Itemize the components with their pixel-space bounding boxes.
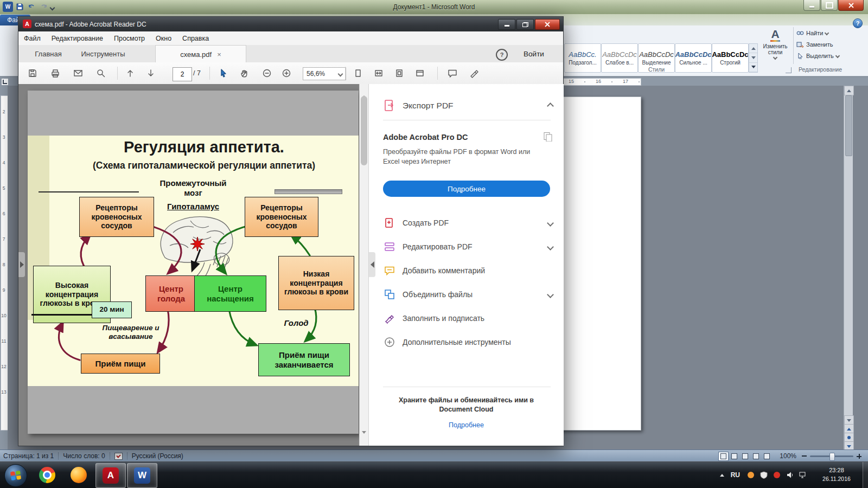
styles-dialog-launcher-icon[interactable] — [786, 67, 792, 73]
word-help-icon[interactable]: ? — [853, 18, 863, 28]
zoom-level-dropdown[interactable]: 56,6% — [303, 67, 346, 80]
taskbar-word-button[interactable]: W — [127, 463, 157, 488]
tool-combine-files[interactable]: Объединить файлы — [383, 285, 553, 304]
print-icon[interactable] — [48, 66, 63, 81]
taskbar-acrobat-button[interactable]: A — [95, 463, 126, 488]
tool-edit-pdf[interactable]: Редактировать PDF — [383, 237, 553, 256]
draft-view-icon[interactable] — [762, 452, 772, 461]
zoom-level[interactable]: 100% — [780, 452, 796, 460]
scroll-down-icon[interactable] — [362, 434, 366, 444]
expand-icon[interactable] — [547, 291, 554, 298]
word-close-button[interactable] — [838, 0, 864, 11]
tab-document[interactable]: схема.pdf × — [155, 45, 246, 63]
action-center-icon[interactable] — [758, 470, 769, 480]
comment-icon[interactable] — [445, 66, 460, 81]
tool-create-pdf[interactable]: Создать PDF — [383, 213, 553, 233]
web-layout-view-icon[interactable] — [740, 452, 750, 461]
find-button[interactable]: Найти — [796, 28, 828, 37]
show-desktop-button[interactable] — [863, 462, 868, 488]
zoom-out-icon[interactable] — [259, 66, 275, 81]
acrobat-restore-button[interactable] — [516, 19, 534, 30]
sign-in-button[interactable]: Войти — [515, 45, 553, 62]
gallery-scroll-up-icon[interactable] — [749, 44, 757, 53]
hand-tool-icon[interactable] — [237, 66, 252, 81]
zoom-slider-thumb[interactable] — [829, 453, 835, 461]
zoom-slider[interactable] — [810, 455, 853, 457]
change-styles-button[interactable]: А Изменить стили — [760, 28, 791, 59]
pdf-view-area[interactable]: Регуляция аппетита. (Схема гипоталамичес… — [18, 84, 359, 446]
menu-window[interactable]: Окно — [150, 31, 177, 45]
search-icon[interactable] — [93, 66, 108, 81]
spellcheck-icon[interactable] — [114, 453, 123, 460]
acrobat-minimize-button[interactable] — [498, 19, 515, 30]
acrobat-titlebar[interactable]: A схема.pdf - Adobe Acrobat Reader DC — [18, 17, 563, 31]
word-count[interactable]: Число слов: 0 — [63, 452, 105, 460]
export-pdf-header[interactable]: Экспорт PDF — [383, 96, 553, 115]
taskbar-clock[interactable]: 23:28 26.11.2016 — [814, 466, 859, 483]
selection-tool-icon[interactable] — [216, 66, 231, 81]
acrobat-help-icon[interactable]: ? — [496, 49, 508, 61]
zoom-out-icon[interactable] — [802, 455, 807, 457]
pdf-scrollbar-thumb[interactable] — [361, 96, 367, 165]
network-icon[interactable] — [797, 470, 808, 480]
language-switcher[interactable]: RU — [731, 471, 740, 479]
acrobat-tabbar: Главная Инструменты схема.pdf × ? Войти — [18, 45, 563, 63]
print-layout-view-icon[interactable] — [718, 452, 729, 461]
update-tray-icon[interactable] — [745, 470, 756, 480]
save-icon[interactable] — [25, 66, 40, 81]
email-icon[interactable] — [71, 66, 86, 81]
scroll-up-icon[interactable] — [362, 86, 366, 96]
fullscreen-view-icon[interactable] — [729, 452, 739, 461]
language-indicator[interactable]: Русский (Россия) — [132, 452, 183, 460]
acrobat-close-button[interactable] — [535, 19, 560, 30]
tab-tools[interactable]: Инструменты — [73, 45, 133, 62]
expand-icon[interactable] — [547, 220, 554, 227]
taskbar-chrome-icon[interactable] — [33, 463, 62, 487]
promo-learn-more-button[interactable]: Подробнее — [383, 181, 550, 197]
highlight-pen-icon[interactable] — [467, 66, 482, 81]
collapse-icon[interactable] — [547, 102, 554, 110]
page-count[interactable]: Страница: 1 из 1 — [3, 452, 54, 460]
tool-more-tools[interactable]: Дополнительные инструменты — [383, 332, 553, 352]
word-maximize-button[interactable] — [821, 0, 838, 11]
tab-home[interactable]: Главная — [24, 45, 73, 62]
taskbar-firefox-icon[interactable] — [64, 463, 93, 487]
hypothalamus-star — [190, 237, 205, 251]
zoom-in-icon[interactable] — [279, 66, 294, 81]
replace-button[interactable]: Заменить — [796, 40, 833, 49]
start-button[interactable] — [4, 464, 27, 487]
tab-stop-selector[interactable] — [1, 78, 9, 86]
menu-edit[interactable]: Редактирование — [46, 31, 108, 45]
expand-icon[interactable] — [547, 243, 554, 251]
panel-collapse-toggle[interactable] — [369, 252, 375, 277]
outline-view-icon[interactable] — [751, 452, 761, 461]
tool-fill-sign[interactable]: Заполнить и подписать — [383, 309, 553, 328]
menu-view[interactable]: Просмотр — [108, 31, 150, 45]
tab-close-icon[interactable]: × — [217, 51, 221, 58]
gallery-expand-icon[interactable] — [749, 63, 757, 72]
menu-file[interactable]: Файл — [18, 31, 46, 45]
fit-page-icon[interactable] — [392, 66, 407, 81]
word-vertical-scrollbar[interactable] — [844, 86, 853, 450]
page-number-input[interactable] — [173, 67, 192, 81]
fullscreen-view-icon[interactable] — [412, 66, 427, 81]
pdf-scrollbar[interactable] — [359, 84, 369, 446]
tool-add-comment[interactable]: Добавить комментарий — [383, 261, 553, 280]
next-page-icon[interactable] — [143, 66, 158, 81]
word-scrollbar-thumb[interactable] — [845, 95, 852, 156]
previous-page-icon[interactable] — [123, 66, 138, 81]
gallery-scroll-down-icon[interactable] — [749, 53, 757, 62]
select-button[interactable]: Выделить — [796, 51, 839, 60]
word-titlebar[interactable]: W Документ1 - Microsoft Word — [0, 0, 868, 15]
antivirus-tray-icon[interactable] — [771, 470, 782, 480]
fit-width-icon[interactable] — [371, 66, 386, 81]
navigation-pane-toggle[interactable] — [18, 252, 25, 277]
scroll-up-icon[interactable] — [844, 86, 854, 95]
menu-help[interactable]: Справка — [177, 31, 214, 45]
document-cloud-link[interactable]: Подробнее — [369, 421, 564, 429]
zoom-in-icon[interactable] — [857, 454, 861, 459]
hidden-icons-chevron[interactable] — [717, 470, 727, 480]
word-minimize-button[interactable] — [803, 0, 820, 11]
single-page-view-icon[interactable] — [350, 66, 366, 81]
volume-icon[interactable] — [784, 470, 795, 480]
